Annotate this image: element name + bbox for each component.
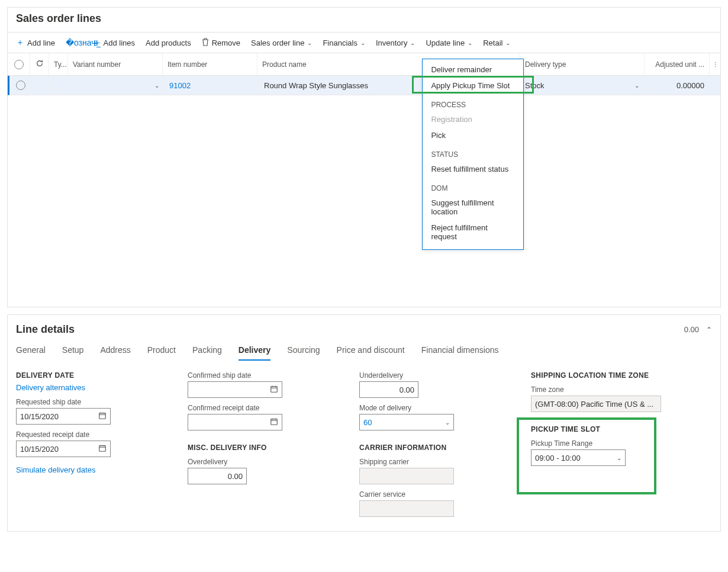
menu-process-head: PROCESS <box>423 94 523 111</box>
menu-registration: Registration <box>423 111 523 127</box>
confirmed-receipt-date-input[interactable] <box>188 414 282 430</box>
tab-price-discount[interactable]: Price and discount <box>337 345 405 361</box>
overdelivery-value: 0.00 <box>228 472 243 481</box>
requested-receipt-date-input[interactable]: 10/15/2020 <box>16 441 111 457</box>
requested-receipt-date-label: Requested receipt date <box>16 430 152 439</box>
col-overflow[interactable]: ⋮ <box>710 53 720 75</box>
collapse-icon[interactable]: ⌃ <box>706 326 712 334</box>
delivery-alternatives-link[interactable]: Delivery alternatives <box>16 383 152 392</box>
line-details-title: Line details <box>16 323 75 336</box>
plus-icon2: +̲ <box>94 38 101 47</box>
grid-body: ⌄ 91002 Round Wrap Style Sunglasses Stoc… <box>8 76 720 307</box>
grid-header-row: Ty... Variant number Item number Product… <box>8 53 720 76</box>
pickup-time-range-label: Pickup Time Range <box>531 439 667 448</box>
underdelivery-section: Underdelivery 0.00 Mode of delivery 60 ⌄… <box>359 371 495 517</box>
time-zone-label: Time zone <box>531 385 667 394</box>
requested-ship-date-value: 10/15/2020 <box>20 412 59 421</box>
calendar-icon[interactable] <box>98 444 107 454</box>
chevron-down-icon[interactable]: ⌄ <box>617 455 621 461</box>
row-overflow <box>710 76 720 95</box>
row-item-number[interactable]: 91002 <box>165 76 259 95</box>
overdelivery-label: Overdelivery <box>188 458 324 466</box>
requested-ship-date-input[interactable]: 10/15/2020 <box>16 408 111 425</box>
carrier-service-input <box>359 500 454 517</box>
confirmed-dates-section: Confirmed ship date Confirmed receipt da… <box>188 371 324 517</box>
calendar-icon[interactable] <box>270 385 278 395</box>
tab-setup[interactable]: Setup <box>62 345 84 361</box>
row-adjusted: 0.00000 <box>645 76 710 95</box>
underdelivery-value: 0.00 <box>400 385 414 394</box>
inventory-label: Inventory <box>376 38 407 47</box>
mode-of-delivery-label: Mode of delivery <box>359 404 495 412</box>
calendar-icon[interactable] <box>98 412 107 422</box>
line-details-header: Line details 0.00 ⌃ <box>8 315 720 340</box>
add-lines-button[interactable]: �означ ⨮ +̲ Add lines <box>66 37 135 48</box>
inventory-menu[interactable]: Inventory ⌄ <box>376 37 415 48</box>
add-line-button[interactable]: ＋ Add line <box>16 37 55 48</box>
row-select[interactable] <box>9 76 32 95</box>
col-item-number[interactable]: Item number <box>163 53 257 75</box>
confirmed-ship-date-input[interactable] <box>188 381 282 398</box>
row-spacer <box>32 76 51 95</box>
calendar-icon[interactable] <box>270 417 278 428</box>
menu-suggest-fulfillment-location[interactable]: Suggest fulfillment location <box>423 195 523 220</box>
trash-icon <box>202 38 209 48</box>
delivery-date-head: DELIVERY DATE <box>16 371 152 380</box>
add-products-button[interactable]: Add products <box>146 37 191 48</box>
circle-icon <box>16 81 25 90</box>
menu-apply-pickup-time-slot[interactable]: Apply Pickup Time Slot <box>423 78 523 94</box>
underdelivery-input[interactable]: 0.00 <box>359 381 418 398</box>
row-variant[interactable]: ⌄ <box>70 76 165 95</box>
plus-icon: ＋ <box>16 37 24 48</box>
pickup-time-range-input[interactable]: 09:00 - 10:00 ⌄ <box>531 449 626 466</box>
tab-general[interactable]: General <box>16 345 46 361</box>
tab-product[interactable]: Product <box>147 345 176 361</box>
tab-financial-dimensions[interactable]: Financial dimensions <box>421 345 499 361</box>
menu-pick[interactable]: Pick <box>423 127 523 143</box>
chevron-down-icon: ⌄ <box>410 40 415 46</box>
tab-delivery[interactable]: Delivery <box>239 345 270 361</box>
col-delivery-type[interactable]: Delivery type <box>520 53 645 75</box>
tab-address[interactable]: Address <box>100 345 130 361</box>
misc-delivery-head: MISC. DELIVERY INFO <box>188 444 324 452</box>
simulate-delivery-dates-link[interactable]: Simulate delivery dates <box>16 465 152 474</box>
menu-deliver-remainder[interactable]: Deliver remainder <box>423 62 523 78</box>
refresh-cell[interactable] <box>30 53 49 75</box>
sales-order-line-menu[interactable]: Sales order line ⌄ <box>251 37 312 48</box>
sales-order-line-label: Sales order line <box>251 38 304 47</box>
panel-title: Sales order lines <box>8 8 720 33</box>
menu-reset-fulfillment-status[interactable]: Reset fulfillment status <box>423 161 523 177</box>
col-adjusted-unit[interactable]: Adjusted unit ... <box>645 53 710 75</box>
update-line-label: Update line <box>426 38 465 47</box>
retail-label: Retail <box>483 38 502 47</box>
chevron-down-icon: ⌄ <box>360 40 365 46</box>
select-all-cell[interactable] <box>8 53 30 75</box>
svg-rect-0 <box>99 413 106 419</box>
col-variant[interactable]: Variant number <box>68 53 163 75</box>
confirmed-receipt-date-label: Confirmed receipt date <box>188 404 324 412</box>
update-line-dropdown: Deliver remainder Apply Pickup Time Slot… <box>422 59 524 250</box>
shipping-tz-section: SHIPPING LOCATION TIME ZONE Time zone (G… <box>531 371 667 517</box>
menu-reject-fulfillment-request[interactable]: Reject fulfillment request <box>423 220 523 245</box>
svg-rect-2 <box>271 386 278 392</box>
remove-button[interactable]: Remove <box>202 37 240 48</box>
financials-menu[interactable]: Financials ⌄ <box>323 37 365 48</box>
row-delivery-type[interactable]: Stock ⌄ <box>520 76 645 95</box>
chevron-down-icon[interactable]: ⌄ <box>445 419 450 426</box>
col-type[interactable]: Ty... <box>49 53 68 75</box>
line-details-summary: 0.00 <box>684 325 699 334</box>
mode-of-delivery-value[interactable]: 60 <box>363 418 372 427</box>
add-line-label: Add line <box>27 38 55 47</box>
confirmed-ship-date-label: Confirmed ship date <box>188 371 324 380</box>
update-line-menu[interactable]: Update line ⌄ Deliver remainder Apply Pi… <box>426 37 472 48</box>
tab-packing[interactable]: Packing <box>192 345 222 361</box>
lines-toolbar: ＋ Add line �означ ⨮ +̲ Add lines Add pro… <box>8 33 720 53</box>
requested-receipt-date-value: 10/15/2020 <box>20 445 59 454</box>
retail-menu[interactable]: Retail ⌄ <box>483 37 510 48</box>
tab-sourcing[interactable]: Sourcing <box>287 345 320 361</box>
add-lines-label: Add lines <box>104 38 135 47</box>
time-zone-input: (GMT-08:00) Pacific Time (US & ... <box>531 396 661 412</box>
mode-of-delivery-input[interactable]: 60 ⌄ <box>359 414 454 430</box>
overdelivery-input[interactable]: 0.00 <box>188 468 247 484</box>
grid-row[interactable]: ⌄ 91002 Round Wrap Style Sunglasses Stoc… <box>8 76 720 95</box>
